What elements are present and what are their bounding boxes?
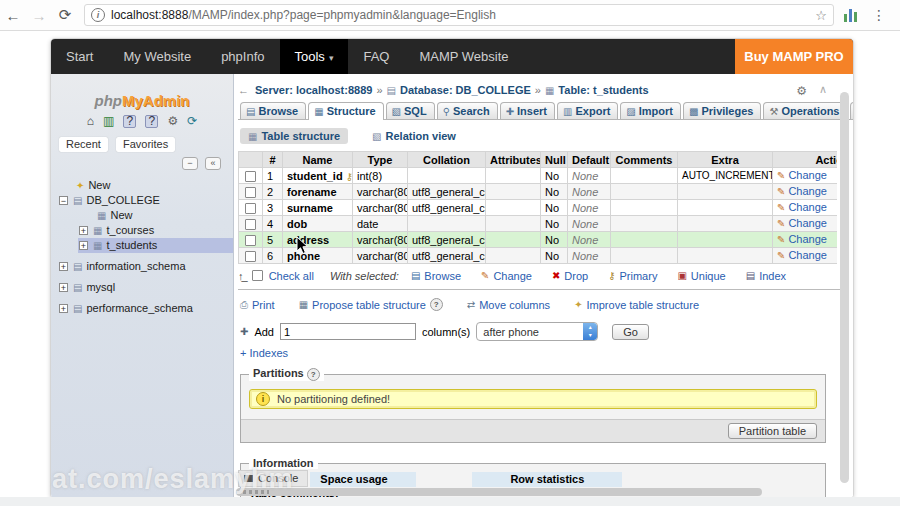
tree-item-db-college[interactable]: −▤DB_COLLEGE bbox=[51, 193, 233, 208]
nav-item-tools[interactable]: Tools▾ bbox=[280, 39, 349, 74]
buy-mamp-pro-button[interactable]: Buy MAMP PRO bbox=[735, 39, 853, 74]
breadcrumb-database[interactable]: Database: DB_COLLEGE bbox=[400, 84, 531, 96]
expand-node-icon[interactable]: + bbox=[59, 283, 68, 292]
back-icon[interactable]: ← bbox=[0, 7, 26, 24]
space-usage-header: Space usage bbox=[310, 472, 416, 487]
database-icon: ▤ bbox=[387, 85, 396, 96]
partition-table-button[interactable]: Partition table bbox=[728, 423, 817, 439]
change-link[interactable]: Change bbox=[788, 233, 827, 245]
nav-item-faq[interactable]: FAQ bbox=[348, 39, 404, 74]
tree-item-t-courses[interactable]: +▦t_courses bbox=[51, 223, 233, 238]
tree-item-mysql[interactable]: +▤mysql bbox=[51, 280, 233, 295]
tree-item-new-table[interactable]: ▦New bbox=[51, 208, 233, 223]
tree-item-information-schema[interactable]: +▤information_schema bbox=[51, 259, 233, 274]
go-button[interactable]: Go bbox=[612, 324, 649, 340]
nav-item-my-website[interactable]: My Website bbox=[108, 39, 206, 74]
row-checkbox[interactable] bbox=[245, 203, 256, 214]
change-link[interactable]: Change bbox=[788, 249, 827, 261]
tab-browse[interactable]: ▤Browse bbox=[240, 102, 306, 119]
print-link[interactable]: ⎙Print bbox=[240, 299, 275, 311]
tab-search[interactable]: ⚲Search bbox=[437, 102, 498, 119]
tab-operations[interactable]: ⚒Operations bbox=[763, 102, 847, 119]
selected-action-index[interactable]: ▤Index bbox=[746, 270, 786, 282]
recent-tab[interactable]: Recent bbox=[59, 137, 108, 152]
row-checkbox[interactable] bbox=[245, 187, 256, 198]
add-count-input[interactable] bbox=[280, 323, 416, 340]
subtab-relation-view[interactable]: ▧Relation view bbox=[364, 128, 464, 144]
collapse-node-icon[interactable]: − bbox=[59, 196, 68, 205]
page-settings-gear-icon[interactable]: ⚙ bbox=[796, 84, 807, 98]
expand-node-icon[interactable]: + bbox=[59, 304, 68, 313]
tab-import[interactable]: ▨Import bbox=[620, 102, 681, 119]
expand-node-icon[interactable]: + bbox=[79, 241, 88, 250]
minimize-icon[interactable]: − bbox=[182, 157, 198, 170]
change-link[interactable]: Change bbox=[788, 169, 827, 181]
nav-item-phpinfo[interactable]: phpInfo bbox=[206, 39, 279, 74]
row-checkbox[interactable] bbox=[245, 251, 256, 262]
selected-action-unique[interactable]: ▣Unique bbox=[677, 270, 725, 282]
row-checkbox[interactable] bbox=[245, 171, 256, 182]
home-icon[interactable]: ⌂ bbox=[87, 114, 94, 128]
tree-item-t-students[interactable]: +▦t_students bbox=[51, 238, 233, 253]
expand-node-icon[interactable]: + bbox=[79, 226, 88, 235]
selected-action-change[interactable]: ✎Change bbox=[481, 270, 532, 282]
page-info-icon[interactable]: i bbox=[91, 8, 105, 22]
move-columns-link[interactable]: ⇄Move columns bbox=[467, 299, 550, 311]
console-tab[interactable]: Console bbox=[238, 470, 308, 487]
page-bottom-band bbox=[0, 497, 900, 506]
nav-item-mamp-website[interactable]: MAMP Website bbox=[404, 39, 523, 74]
tree-item-performance-schema[interactable]: +▤performance_schema bbox=[51, 301, 233, 316]
tab-structure[interactable]: ▦Structure bbox=[308, 102, 383, 120]
change-link[interactable]: Change bbox=[788, 201, 827, 213]
row-checkbox[interactable] bbox=[245, 219, 256, 230]
panel-collapse-arrow-icon[interactable]: ← bbox=[238, 84, 249, 96]
selected-action-browse[interactable]: ▤Browse bbox=[411, 270, 461, 282]
subtab-table-structure[interactable]: ▦Table structure bbox=[240, 128, 348, 144]
favorites-tab[interactable]: Favorites bbox=[116, 137, 175, 152]
forward-icon[interactable]: → bbox=[26, 7, 52, 24]
tab-privileges[interactable]: ▩Privileges bbox=[683, 102, 761, 119]
check-all-link[interactable]: Check all bbox=[269, 270, 314, 282]
tab-insert[interactable]: ✚Insert bbox=[500, 102, 555, 119]
collapse-top-icon[interactable]: ∧ bbox=[819, 83, 827, 96]
tab-export[interactable]: ▥Export bbox=[557, 102, 618, 119]
export-icon: ▥ bbox=[563, 106, 572, 117]
browser-menu-icon[interactable]: ⋮ bbox=[872, 7, 886, 23]
selected-action-drop[interactable]: ✖Drop bbox=[552, 270, 588, 282]
col-attributes bbox=[486, 200, 541, 216]
position-select[interactable]: after phone▴▾ bbox=[476, 322, 598, 341]
settings-gear-icon[interactable]: ⚙ bbox=[167, 114, 178, 128]
change-link[interactable]: Change bbox=[788, 185, 827, 197]
expand-node-icon[interactable]: + bbox=[59, 262, 68, 271]
collapse-icon[interactable]: « bbox=[205, 157, 221, 170]
vertical-scrollbar[interactable] bbox=[840, 92, 849, 483]
indexes-toggle-link[interactable]: + Indexes bbox=[240, 347, 853, 359]
check-all-checkbox[interactable] bbox=[252, 270, 263, 281]
col-extra bbox=[678, 216, 773, 232]
row-checkbox[interactable] bbox=[245, 235, 256, 246]
propose-icon: ▦ bbox=[299, 299, 308, 310]
improve-structure-link[interactable]: ✦Improve table structure bbox=[574, 299, 699, 311]
address-bar[interactable]: i localhost:8888/MAMP/index.php?page=php… bbox=[84, 4, 834, 26]
tree-item-new-database[interactable]: ✦New bbox=[51, 178, 233, 193]
tab-sql[interactable]: ▧SQL bbox=[386, 102, 435, 119]
refresh-icon[interactable]: ⟳ bbox=[187, 114, 197, 128]
bookmark-star-icon[interactable]: ☆ bbox=[815, 8, 827, 23]
horizontal-scrollbar[interactable] bbox=[236, 488, 762, 496]
docs-help-icon[interactable]: ? bbox=[123, 115, 136, 128]
breadcrumb-table[interactable]: Table: t_students bbox=[558, 84, 648, 96]
extension-chart-icon[interactable] bbox=[844, 8, 860, 22]
breadcrumb-separator: » bbox=[535, 84, 541, 96]
tab-triggers[interactable]: ⚡Triggers bbox=[850, 102, 854, 119]
col-type: varchar(80) bbox=[353, 184, 408, 200]
structure-icon: ▦ bbox=[314, 106, 323, 117]
help-icon: ? bbox=[307, 368, 320, 381]
logout-icon[interactable]: ▥ bbox=[103, 114, 114, 128]
reload-icon[interactable]: ⟳ bbox=[52, 6, 78, 24]
selected-action-primary[interactable]: ⚷Primary bbox=[608, 270, 657, 282]
nav-item-start[interactable]: Start bbox=[51, 39, 108, 74]
propose-structure-link[interactable]: ▦Propose table structure? bbox=[299, 298, 443, 311]
change-link[interactable]: Change bbox=[788, 217, 827, 229]
sql-help-icon[interactable]: ? bbox=[145, 115, 158, 128]
breadcrumb-server[interactable]: Server: localhost:8889 bbox=[255, 84, 372, 96]
